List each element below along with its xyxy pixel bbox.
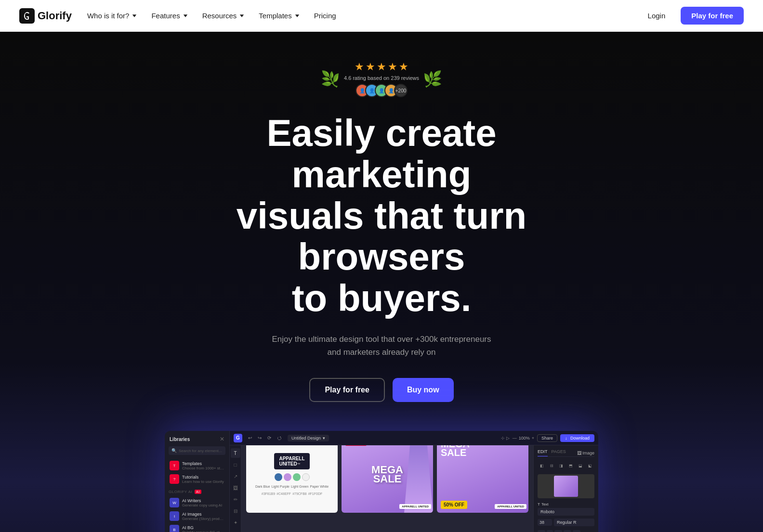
swatch-white: [302, 473, 310, 481]
buy-now-button[interactable]: Buy now: [393, 378, 454, 402]
play-for-free-button-hero[interactable]: Play for free: [309, 378, 384, 402]
right-panel: EDIT PAGES 🖼 Image ◧ ⊟ ◨ ⬒ ⬓ ⬕: [533, 445, 598, 532]
undo-button[interactable]: ↩: [246, 434, 254, 441]
lib-item-templates[interactable]: T Templates Choose from 1000+ stunning t…: [169, 459, 225, 472]
text-icon: T: [538, 502, 540, 506]
apparel-text: APPARELLUNITED™: [279, 456, 304, 467]
download-button[interactable]: ↓ Download: [560, 434, 594, 442]
login-button[interactable]: Login: [640, 8, 673, 24]
lib-item-ai-bg[interactable]: B AI BG Quickly remove BG at scale: [169, 523, 225, 532]
font-size-row: 38 Regular R: [538, 519, 594, 526]
logo[interactable]: Glorify: [19, 8, 72, 24]
nav-features[interactable]: Features: [151, 12, 188, 20]
color-swatches: [275, 473, 310, 481]
hero-section: 🌿 ★ ★ ★ ★ ★ 4.6 rating based on 239 revi…: [0, 32, 763, 532]
font-style-field[interactable]: Regular R: [554, 519, 594, 526]
ai-images-icon: I: [170, 511, 179, 521]
play-for-free-button-nav[interactable]: Play for free: [681, 7, 744, 25]
navbar-right: Login Play for free: [640, 7, 744, 25]
lib-item-ai-writers[interactable]: W AI Writers Generate copy using AI: [169, 496, 225, 509]
panel-close-icon[interactable]: ✕: [220, 436, 224, 442]
align-bottom-icon[interactable]: ⬕: [586, 461, 594, 470]
align-tools: ⊹ ▷: [501, 436, 510, 441]
tool-shape[interactable]: □: [231, 460, 240, 469]
design-name: Untitled Design ▾: [288, 435, 329, 441]
rating-text: 4.6 rating based on 239 reviews: [344, 75, 419, 81]
italic-button[interactable]: I: [547, 530, 553, 532]
nav-pricing[interactable]: Pricing: [314, 12, 336, 20]
canvas-card-2: 50% OFF MEGASALE APPARELL UNITED: [342, 436, 433, 513]
tool-pencil[interactable]: ✏: [231, 494, 240, 504]
align-left-icon[interactable]: ◧: [538, 461, 546, 470]
logo-text: Glorify: [38, 10, 72, 22]
canvas-card-3: MEGASALE 50% OFF APPARELL UNITED: [437, 436, 528, 513]
bold-button[interactable]: B: [538, 530, 545, 532]
star-5: ★: [399, 61, 408, 73]
top-toolbar: G ↩ ↪ ⟳ ⭯ Untitled Design ▾ ⊹ ▷ — 100% +: [230, 431, 598, 445]
templates-icon: T: [170, 461, 179, 470]
preview-thumbnail: [554, 476, 578, 497]
rating-inner: ★ ★ ★ ★ ★ 4.6 rating based on 239 review…: [344, 61, 419, 97]
glorify-ai-label: GLORIFY AI AI: [169, 490, 225, 494]
text-section: T Text Roboto 38 Regular R: [538, 502, 594, 526]
discount-badge-3: 50% OFF: [441, 501, 467, 509]
toolbar-actions: ↩ ↪ ⟳ ⭯: [246, 434, 284, 441]
align-icon-2: ▷: [506, 436, 510, 441]
minus-icon: —: [513, 436, 517, 441]
panel-header: Libraries ✕: [169, 435, 225, 443]
redo-button[interactable]: ↪: [256, 434, 263, 441]
align-icon-1: ⊹: [501, 436, 505, 441]
image-preview: [538, 474, 594, 498]
ai-writers-icon: W: [170, 498, 179, 507]
tool-ai[interactable]: ✦: [231, 518, 240, 527]
zoom-control: — 100% +: [513, 436, 534, 441]
align-middle-icon[interactable]: ⬓: [576, 461, 585, 470]
refresh-button[interactable]: ⭯: [275, 434, 284, 441]
app-screenshot: G ↩ ↪ ⟳ ⭯ Untitled Design ▾ ⊹ ▷ — 100% +: [165, 431, 598, 532]
star-3: ★: [377, 61, 386, 73]
align-tools-panel: ◧ ⊟ ◨ ⬒ ⬓ ⬕: [538, 461, 594, 470]
nav-templates[interactable]: Templates: [259, 12, 300, 20]
color-codes: #3F81B9 #C48EFF #79CFB8 #F1F0DF: [262, 492, 323, 495]
tool-arrow[interactable]: ↗: [231, 471, 240, 481]
ai-badge: AI: [195, 490, 201, 494]
toolbar-logo: G: [234, 434, 242, 442]
left-panel: Libraries ✕ 🔍 Search for any element... …: [165, 431, 230, 532]
history-button[interactable]: ⟳: [265, 434, 273, 441]
align-center-icon[interactable]: ⊟: [547, 461, 556, 470]
align-top-icon[interactable]: ⬒: [566, 461, 575, 470]
lib-item-tutorials[interactable]: ? Tutorials Learn how to use Glorify: [169, 472, 225, 486]
nav-resources[interactable]: Resources: [202, 12, 246, 20]
underline-button[interactable]: U: [554, 530, 563, 532]
color-text-button[interactable]: A: [573, 530, 580, 532]
navbar-left: Glorify Who is it for? Features Resource…: [19, 8, 336, 24]
rating-badge: 🌿 ★ ★ ★ ★ ★ 4.6 rating based on 239 revi…: [321, 61, 442, 97]
share-button[interactable]: Share: [537, 434, 557, 442]
tab-edit[interactable]: EDIT: [538, 449, 548, 456]
nav-links: Who is it for? Features Resources Templa…: [87, 12, 336, 20]
download-icon: ↓: [565, 436, 567, 441]
chevron-down-icon: ▾: [323, 436, 325, 441]
image-icon: 🖼: [577, 451, 581, 455]
lib-item-ai-images[interactable]: I AI Images Generate (Story) product im.…: [169, 509, 225, 523]
tab-pages[interactable]: PAGES: [552, 449, 566, 456]
tool-image[interactable]: 🖼: [231, 483, 240, 493]
laurel-right-icon: 🌿: [423, 71, 442, 87]
align-right-icon[interactable]: ◨: [557, 461, 566, 470]
font-size-input[interactable]: 38: [538, 519, 552, 526]
tool-text[interactable]: T: [231, 448, 240, 458]
swatch-blue: [275, 473, 282, 481]
color-labels: Dark Blue Light Purple Light Green Paper…: [255, 485, 329, 488]
laurel-wrapper: 🌿 ★ ★ ★ ★ ★ 4.6 rating based on 239 revi…: [321, 61, 442, 97]
canvas-card-1: APPARELLUNITED™ Dark Blue Light Purple L…: [246, 436, 338, 513]
nav-who[interactable]: Who is it for?: [87, 12, 138, 20]
font-name-field[interactable]: Roboto: [538, 508, 594, 516]
navbar: Glorify Who is it for? Features Resource…: [0, 0, 763, 32]
text-style-buttons: B I U S A: [538, 530, 594, 532]
brand-text-2: APPARELL UNITED: [402, 505, 429, 508]
library-search[interactable]: 🔍 Search for any element...: [169, 446, 225, 455]
strikethrough-button[interactable]: S: [564, 530, 571, 532]
search-placeholder: Search for any element...: [179, 449, 222, 453]
ai-bg-icon: B: [170, 525, 179, 532]
tool-button[interactable]: ⊟: [231, 506, 240, 516]
